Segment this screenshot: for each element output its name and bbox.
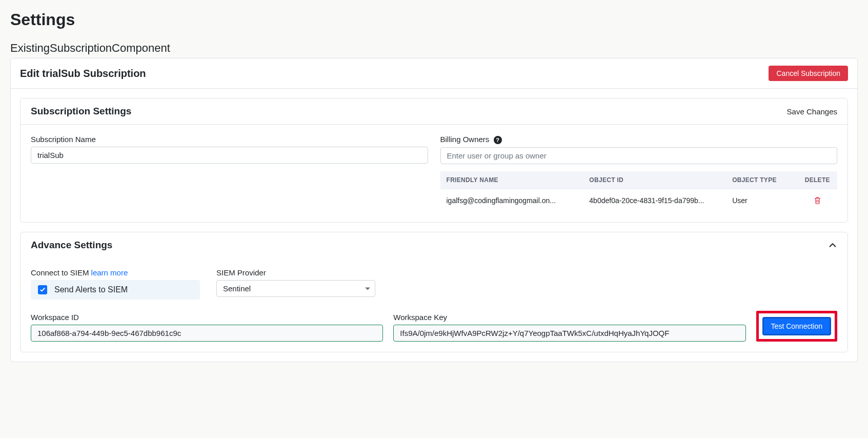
subscription-name-label: Subscription Name	[31, 135, 428, 144]
chevron-up-icon	[828, 241, 837, 250]
cancel-subscription-button[interactable]: Cancel Subscription	[769, 66, 848, 81]
workspace-key-label: Workspace Key	[393, 313, 745, 322]
send-alerts-checkbox[interactable]	[38, 285, 47, 294]
workspace-id-label: Workspace ID	[31, 313, 383, 322]
table-header-row: FRIENDLY NAME OBJECT ID OBJECT TYPE DELE…	[440, 171, 838, 189]
check-icon	[39, 287, 46, 293]
siem-provider-label: SIEM Provider	[216, 268, 375, 277]
cell-object-type: User	[726, 189, 797, 212]
advance-settings-header[interactable]: Advance Settings	[21, 232, 847, 258]
send-alerts-checkbox-wrap[interactable]: Send Alerts to SIEM	[31, 280, 200, 300]
subscription-settings-header: Subscription Settings Save Changes	[21, 98, 847, 125]
col-object-type: OBJECT TYPE	[726, 171, 797, 189]
advance-settings-body: Connect to SIEM learn more Send Alerts t…	[21, 258, 847, 352]
advance-settings-card: Advance Settings Connect to SIEM learn m…	[20, 232, 848, 352]
help-icon[interactable]: ?	[494, 136, 502, 144]
owners-table: FRIENDLY NAME OBJECT ID OBJECT TYPE DELE…	[440, 171, 838, 212]
save-changes-link[interactable]: Save Changes	[787, 107, 837, 116]
subscription-name-input[interactable]	[31, 147, 428, 164]
trash-icon	[814, 196, 821, 205]
workspace-id-input[interactable]	[31, 325, 383, 342]
billing-owners-input[interactable]	[440, 147, 838, 164]
page-subtitle: ExistingSubscriptionComponent	[10, 42, 858, 55]
billing-owners-label: Billing Owners ?	[440, 135, 838, 144]
siem-provider-select[interactable]	[216, 280, 375, 297]
delete-owner-button[interactable]	[813, 195, 822, 206]
cell-object-id: 4b0def0a-20ce-4831-9f15-da799b...	[583, 189, 726, 212]
page-title: Settings	[10, 10, 858, 29]
send-alerts-label: Send Alerts to SIEM	[54, 285, 128, 294]
subscription-settings-card: Subscription Settings Save Changes Subsc…	[20, 98, 848, 223]
col-delete: DELETE	[798, 171, 837, 189]
edit-subscription-card: Edit trialSub Subscription Cancel Subscr…	[10, 58, 858, 362]
highlight-box: Test Connection	[756, 311, 837, 342]
col-object-id: OBJECT ID	[583, 171, 726, 189]
edit-card-title: Edit trialSub Subscription	[20, 68, 146, 79]
subscription-settings-title: Subscription Settings	[31, 106, 131, 117]
learn-more-link[interactable]: learn more	[91, 268, 128, 277]
col-friendly-name: FRIENDLY NAME	[440, 171, 583, 189]
test-connection-button[interactable]: Test Connection	[762, 317, 831, 335]
edit-card-header: Edit trialSub Subscription Cancel Subscr…	[11, 58, 857, 89]
connect-siem-text: Connect to SIEM	[31, 268, 91, 277]
billing-owners-label-text: Billing Owners	[440, 135, 490, 144]
workspace-key-input[interactable]	[393, 325, 745, 342]
advance-settings-title: Advance Settings	[31, 240, 112, 251]
connect-siem-label: Connect to SIEM learn more	[31, 268, 200, 277]
table-row: igalfsg@codingflamingogmail.on... 4b0def…	[440, 189, 838, 212]
cell-friendly-name: igalfsg@codingflamingogmail.on...	[440, 189, 583, 212]
subscription-settings-body: Subscription Name Billing Owners ? FRIEN…	[21, 125, 847, 222]
